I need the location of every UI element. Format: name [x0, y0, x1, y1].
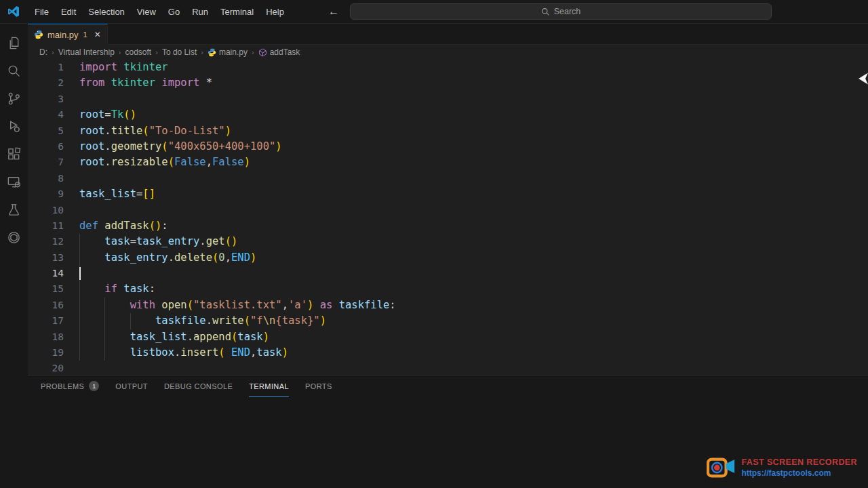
testing-icon[interactable] — [0, 196, 28, 224]
panel-tab-problems[interactable]: PROBLEMS1 — [41, 375, 99, 397]
menu-view[interactable]: View — [131, 4, 162, 20]
breadcrumb-item[interactable]: Virtual Intership — [58, 47, 115, 57]
panel-tab-ports[interactable]: PORTS — [305, 375, 332, 397]
indent-guide — [79, 234, 80, 249]
indent-guide — [79, 250, 80, 266]
code-text: listbox.insert( END,task) — [64, 345, 868, 361]
text-cursor — [79, 267, 81, 280]
code-text: def addTask(): — [64, 218, 868, 234]
python-file-icon — [208, 48, 216, 57]
code-line[interactable]: 8 — [28, 171, 868, 186]
vscode-logo-icon — [7, 5, 20, 18]
code-text — [64, 361, 868, 375]
panel-tab-debug-console[interactable]: DEBUG CONSOLE — [164, 375, 233, 397]
code-line[interactable]: 5root.title("To-Do-List") — [28, 123, 868, 139]
line-number: 6 — [28, 139, 64, 155]
source-control-icon[interactable] — [0, 85, 28, 113]
panel-tab-output[interactable]: OUTPUT — [115, 375, 148, 397]
menu-selection[interactable]: Selection — [82, 4, 130, 20]
code-line[interactable]: 19 listbox.insert( END,task) — [28, 345, 868, 361]
run-and-debug-icon[interactable] — [0, 113, 28, 140]
indent-guide — [104, 329, 105, 345]
tab-close-icon[interactable]: ✕ — [94, 30, 101, 39]
line-number: 4 — [28, 107, 64, 123]
code-text — [64, 92, 868, 107]
code-line[interactable]: 17 taskfile.write("f\n{task}") — [28, 313, 868, 329]
code-line[interactable]: 13 task_entry.delete(0,END) — [28, 250, 868, 266]
line-number: 9 — [28, 186, 64, 202]
explorer-icon[interactable] — [0, 29, 28, 57]
code-line[interactable]: 12 task=task_entry.get() — [28, 234, 868, 249]
code-line[interactable]: 10 — [28, 203, 868, 218]
indent-guide — [79, 298, 80, 313]
vscode-window: FileEditSelectionViewGoRunTerminalHelp ←… — [0, 0, 868, 488]
panel-tabs: PROBLEMS1OUTPUTDEBUG CONSOLETERMINALPORT… — [28, 375, 868, 397]
code-line[interactable]: 6root.geometry("400x650+400+100") — [28, 139, 868, 155]
code-line[interactable]: 18 task_list.append(task) — [28, 329, 868, 345]
code-line[interactable]: 11def addTask(): — [28, 218, 868, 234]
code-text: task_list.append(task) — [64, 329, 868, 345]
code-line[interactable]: 2from tkinter import * — [28, 75, 868, 91]
code-line[interactable]: 15 if task: — [28, 281, 868, 297]
code-line[interactable]: 3 — [28, 92, 868, 107]
tab-label: main.py — [47, 30, 79, 40]
panel-tab-terminal[interactable]: TERMINAL — [249, 375, 289, 397]
line-number: 13 — [28, 250, 64, 266]
screen-recorder-logo-icon — [707, 455, 735, 480]
breadcrumb-item[interactable]: D: — [39, 47, 47, 57]
code-text: taskfile.write("f\n{task}") — [64, 313, 868, 329]
code-line[interactable]: 9task_list=[] — [28, 186, 868, 202]
menu-file[interactable]: File — [28, 4, 55, 20]
remote-explorer-icon[interactable] — [0, 168, 28, 196]
ai-assistant-icon[interactable] — [0, 224, 28, 251]
problems-count-badge: 1 — [89, 381, 99, 391]
indent-guide — [104, 298, 105, 313]
code-text: root.title("To-Do-List") — [64, 123, 868, 139]
menu-run[interactable]: Run — [186, 4, 214, 20]
line-number: 17 — [28, 313, 64, 329]
breadcrumb: D:›Virtual Intership›codsoft›To do List›… — [28, 45, 868, 60]
breadcrumb-item[interactable]: addTask — [258, 47, 300, 57]
code-text: root=Tk() — [64, 107, 868, 123]
line-number: 15 — [28, 281, 64, 297]
code-editor[interactable]: 1import tkinter2from tkinter import *34r… — [28, 60, 868, 375]
code-text: if task: — [64, 281, 868, 297]
code-line[interactable]: 16 with open("tasklist.txt",'a') as task… — [28, 298, 868, 313]
indent-guide — [104, 345, 105, 361]
code-line[interactable]: 4root=Tk() — [28, 107, 868, 123]
search-icon — [541, 7, 550, 16]
line-number: 16 — [28, 298, 64, 313]
line-number: 5 — [28, 123, 64, 139]
method-symbol-icon — [258, 48, 267, 57]
code-text: root.resizable(False,False) — [64, 155, 868, 170]
code-line[interactable]: 7root.resizable(False,False) — [28, 155, 868, 170]
code-text: task=task_entry.get() — [64, 234, 868, 249]
tab-main-py[interactable]: main.py 1 ✕ — [28, 24, 108, 45]
indent-guide — [79, 329, 80, 345]
menu-terminal[interactable]: Terminal — [214, 4, 260, 20]
menu-go[interactable]: Go — [162, 4, 186, 20]
code-text — [64, 266, 868, 281]
search-sidebar-icon[interactable] — [0, 57, 28, 85]
nav-back-icon[interactable]: ← — [328, 6, 339, 17]
menu-edit[interactable]: Edit — [55, 4, 82, 20]
breadcrumb-separator: › — [119, 48, 121, 56]
line-number: 19 — [28, 345, 64, 361]
code-line[interactable]: 20 — [28, 361, 868, 375]
extensions-icon[interactable] — [0, 140, 28, 168]
line-number: 7 — [28, 155, 64, 170]
breadcrumb-separator: › — [52, 48, 54, 56]
code-line[interactable]: 14 — [28, 266, 868, 281]
line-number: 10 — [28, 203, 64, 218]
command-center-search[interactable]: Search — [350, 3, 772, 20]
breadcrumb-item[interactable]: codsoft — [125, 47, 152, 57]
line-number: 14 — [28, 266, 64, 281]
line-number: 18 — [28, 329, 64, 345]
watermark-title: FAST SCREEN RECORDER — [741, 458, 857, 467]
menu-help[interactable]: Help — [260, 4, 290, 20]
code-line[interactable]: 1import tkinter — [28, 60, 868, 75]
line-number: 8 — [28, 171, 64, 186]
line-number: 12 — [28, 234, 64, 249]
breadcrumb-item[interactable]: main.py — [208, 47, 248, 57]
breadcrumb-item[interactable]: To do List — [162, 47, 197, 57]
